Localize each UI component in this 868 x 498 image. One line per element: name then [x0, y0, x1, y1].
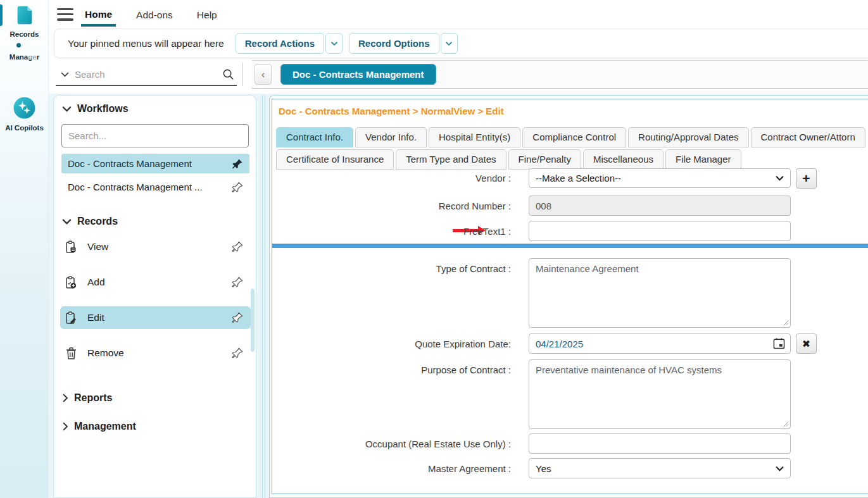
records-icon [14, 4, 35, 26]
type-of-contract-label: Type of Contract : [277, 263, 511, 274]
view-record-icon [65, 240, 77, 254]
records-item-label: Add [87, 277, 105, 288]
resize-handle-icon[interactable] [783, 320, 789, 326]
tab-fine-penalty[interactable]: Fine/Penalty [508, 149, 581, 170]
chevron-right-icon [62, 422, 68, 431]
tabstrip-back-button[interactable]: ‹ [255, 64, 272, 85]
tab-file-manager[interactable]: File Manager [665, 149, 741, 170]
trash-icon [65, 347, 77, 360]
quote-expiration-date-input[interactable] [529, 333, 791, 354]
tab-certificate-of-insurance[interactable]: Certificate of Insurance [276, 149, 394, 170]
tab-compliance-control[interactable]: Compliance Control [522, 127, 626, 147]
tab-contract-owner-attorney[interactable]: Contract Owner/Attorn [751, 127, 865, 147]
tab-routing-approval-dates[interactable]: Routing/Approval Dates [628, 127, 748, 147]
vendor-select[interactable]: --Make a Selection-- [529, 168, 791, 188]
chevron-down-icon [776, 175, 784, 181]
breadcrumb: Doc - Contracts Management > NormalView … [279, 106, 504, 116]
vendor-select-value: --Make a Selection-- [536, 173, 621, 184]
pin-filled-icon[interactable] [232, 158, 243, 170]
tab-vendor-info[interactable]: Vendor Info. [355, 127, 427, 147]
panel-separator [262, 95, 265, 498]
workflow-item-label: Doc - Contracts Management ... [68, 182, 203, 192]
records-item-view[interactable]: View [60, 235, 251, 258]
workflow-item-doc-contracts-management[interactable]: Doc - Contracts Management [61, 154, 249, 173]
tab-miscellaneous[interactable]: Miscellaneous [583, 149, 664, 170]
form-tabs-row-2: Certificate of Insurance Term Type and D… [276, 149, 868, 170]
records-item-add[interactable]: Add [60, 271, 251, 294]
global-search[interactable] [56, 63, 237, 86]
menu-item-help[interactable]: Help [193, 3, 221, 27]
management-section-header[interactable]: Management [62, 421, 136, 432]
freetext1-input[interactable] [529, 221, 791, 241]
records-item-edit[interactable]: Edit [60, 306, 251, 329]
records-item-remove[interactable]: Remove [60, 342, 251, 364]
reports-title: Reports [74, 392, 112, 404]
clear-date-button[interactable]: ✖ [796, 333, 817, 354]
records-item-label: Edit [87, 312, 104, 323]
chevron-down-icon[interactable] [61, 72, 69, 77]
chevron-down-icon [445, 41, 453, 46]
chevron-down-icon [330, 41, 338, 46]
search-input[interactable] [75, 69, 222, 80]
rail-item-records[interactable]: Records [0, 4, 49, 38]
search-icon[interactable] [222, 68, 234, 80]
workflows-search-input[interactable] [61, 124, 249, 147]
active-rail-indicator [0, 4, 3, 26]
record-options-dropdown[interactable] [441, 33, 458, 54]
open-workflow-tabstrip: ‹ Doc - Contracts Management [252, 60, 868, 89]
hamburger-menu-icon[interactable] [57, 8, 73, 21]
master-agreement-select[interactable]: Yes [529, 458, 791, 478]
top-bar: Home Add-ons Help Your pinned menus will… [49, 0, 868, 94]
ai-copilots-icon [13, 96, 36, 120]
navigation-panel: Workflows Doc - Contracts Management Doc… [53, 95, 256, 498]
record-options-button[interactable]: Record Options [349, 33, 439, 54]
add-vendor-button[interactable]: + [796, 168, 817, 189]
pin-outline-icon[interactable] [232, 347, 243, 359]
records-title: Records [77, 216, 118, 227]
menu-item-add-ons[interactable]: Add-ons [132, 3, 177, 27]
add-record-icon [65, 276, 77, 289]
occupant-label: Occupant (Real Estate Use Only) : [277, 439, 511, 449]
nav-scrollbar[interactable] [251, 289, 255, 352]
workflows-section-header[interactable]: Workflows [62, 103, 129, 115]
pin-outline-icon[interactable] [232, 182, 243, 193]
rail-label-records: Records [0, 30, 49, 38]
rail-label-ai-copilots: AI Copilots [0, 124, 49, 132]
tab-hospital-entity[interactable]: Hospital Entity(s) [429, 127, 520, 147]
rail-item-manager[interactable]: Manager [0, 51, 49, 61]
search-row: ‹ Doc - Contracts Management [49, 60, 868, 89]
purpose-of-contract-textarea[interactable]: Preventative maintenance of HVAC systems [529, 359, 791, 429]
pin-outline-icon[interactable] [232, 312, 243, 323]
pin-outline-icon[interactable] [232, 241, 243, 252]
master-agreement-value: Yes [536, 463, 551, 474]
records-section-header[interactable]: Records [62, 216, 118, 227]
resize-handle-icon[interactable] [783, 421, 789, 427]
record-actions-dropdown[interactable] [325, 33, 343, 54]
workflow-content-frame: Doc - Contracts Management > NormalView … [272, 99, 868, 494]
purpose-of-contract-label: Purpose of Contract : [277, 364, 511, 375]
type-of-contract-textarea[interactable]: Maintenance Agreement [529, 258, 791, 328]
workflow-item-doc-contracts-management-2[interactable]: Doc - Contracts Management ... [61, 177, 249, 197]
menu-bar: Home Add-ons Help [49, 0, 868, 28]
divider [242, 63, 243, 86]
section-divider [272, 244, 868, 248]
freetext1-label: FreeText1 : [277, 226, 511, 237]
record-actions-button[interactable]: Record Actions [236, 33, 324, 54]
chevron-down-icon [62, 106, 72, 112]
workflows-title: Workflows [77, 103, 129, 115]
vendor-label: Vendor : [277, 173, 511, 184]
tab-contract-info[interactable]: Contract Info. [276, 127, 353, 147]
record-number-input [529, 196, 791, 216]
main-panel: Doc - Contracts Management > NormalView … [269, 95, 868, 498]
open-workflow-tab[interactable]: Doc - Contracts Management [280, 64, 436, 85]
pinned-menus-bar: Your pinned menus will appear here Recor… [54, 28, 868, 58]
calendar-icon[interactable] [773, 337, 785, 349]
tab-term-type-and-dates[interactable]: Term Type and Dates [396, 149, 506, 170]
chevron-right-icon [62, 394, 68, 402]
occupant-input[interactable] [529, 433, 791, 454]
reports-section-header[interactable]: Reports [62, 392, 112, 404]
rail-item-ai-copilots[interactable]: AI Copilots [0, 96, 49, 132]
pin-outline-icon[interactable] [232, 277, 243, 288]
menu-item-home[interactable]: Home [81, 2, 116, 27]
pinned-menus-message: Your pinned menus will appear here [68, 38, 224, 49]
